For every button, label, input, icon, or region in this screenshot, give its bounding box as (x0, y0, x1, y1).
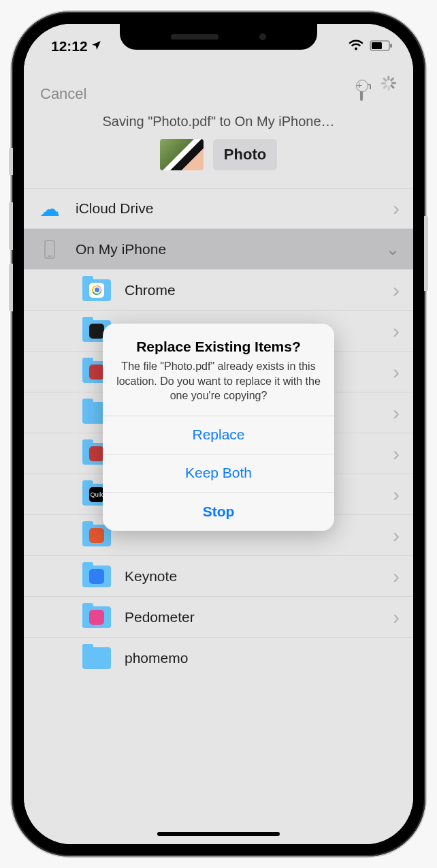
screen: 12:12 Cancel (24, 24, 413, 844)
alert-title: Replace Existing Items? (116, 339, 321, 355)
folder-label: Pedometer (125, 609, 381, 625)
app-badge-icon (89, 283, 104, 298)
nav-bar: Cancel (24, 85, 413, 110)
app-badge-icon (89, 446, 104, 461)
file-thumbnail (160, 139, 204, 170)
location-label: On My iPhone (76, 241, 374, 258)
folder-icon (82, 647, 111, 669)
alert-keep-both-button[interactable]: Keep Both (103, 454, 334, 493)
volume-down (9, 264, 13, 311)
activity-spinner-icon (381, 86, 397, 102)
location-on-my-iphone[interactable]: On My iPhone ⌄ (24, 229, 413, 270)
filename-chip[interactable]: Photo (213, 139, 277, 170)
folder-icon (82, 606, 111, 628)
folder-label: Keynote (125, 568, 381, 585)
new-folder-button[interactable] (360, 88, 363, 100)
status-time: 12:12 (51, 38, 88, 55)
app-badge-icon (89, 324, 104, 339)
replace-alert: Replace Existing Items? The file "Photo.… (103, 324, 334, 531)
home-indicator[interactable] (157, 832, 280, 836)
app-badge-icon (89, 528, 104, 543)
mute-switch (9, 148, 13, 175)
folder-label: Chrome (125, 282, 381, 298)
folder-icon (82, 565, 111, 587)
wifi-icon (348, 38, 364, 55)
device-frame: 12:12 Cancel (12, 12, 425, 856)
app-badge-icon (89, 610, 104, 625)
alert-message: The file "Photo.pdf" already exists in t… (116, 359, 321, 403)
power-button (424, 216, 428, 291)
folder-row[interactable]: Chrome › (24, 270, 413, 311)
cancel-button[interactable]: Cancel (40, 85, 86, 103)
alert-replace-button[interactable]: Replace (103, 416, 334, 454)
app-badge-icon (89, 569, 104, 584)
iphone-icon (44, 240, 55, 259)
cloud-icon: ☁ (39, 197, 60, 221)
notch (120, 24, 317, 50)
location-label: iCloud Drive (76, 200, 381, 217)
volume-up (9, 202, 13, 250)
folder-row[interactable]: Keynote › (24, 556, 413, 597)
app-badge-icon: Quik (89, 487, 104, 502)
file-preview-row: Photo (24, 139, 413, 188)
folder-row[interactable]: phomemo (24, 638, 413, 679)
folder-label: phomemo (125, 650, 400, 666)
saving-title: Saving "Photo.pdf" to On My iPhone… (24, 110, 413, 139)
chevron-down-icon: ⌄ (386, 240, 400, 259)
new-folder-icon (360, 87, 363, 101)
battery-icon (370, 38, 393, 55)
app-badge-icon (89, 365, 104, 379)
folder-icon (82, 279, 111, 301)
location-icon (91, 38, 102, 55)
location-icloud[interactable]: ☁ iCloud Drive › (24, 188, 413, 229)
alert-stop-button[interactable]: Stop (103, 493, 334, 531)
svg-rect-1 (372, 42, 382, 49)
folder-row[interactable]: Pedometer › (24, 597, 413, 638)
svg-rect-2 (390, 44, 392, 48)
